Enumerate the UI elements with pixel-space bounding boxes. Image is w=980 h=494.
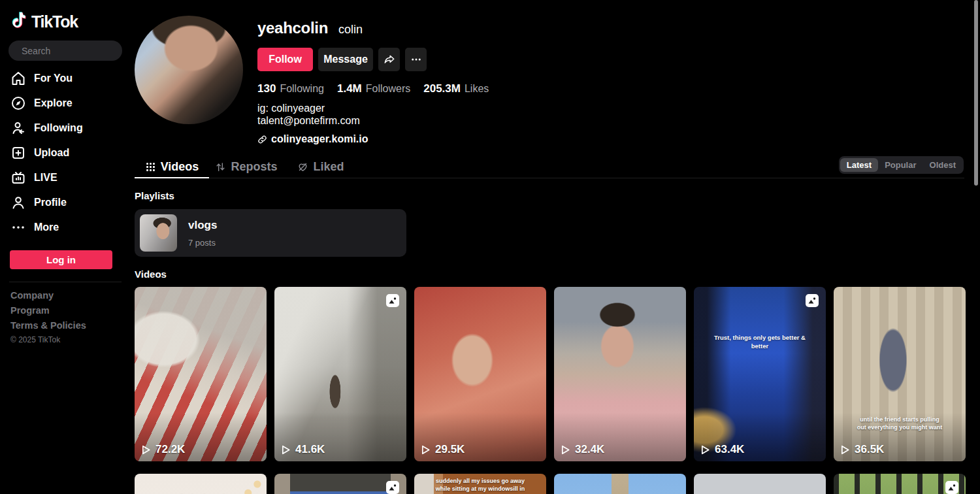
sort-latest[interactable]: Latest [840, 158, 878, 172]
tab-label: Reposts [231, 160, 277, 174]
video-tile[interactable]: 32.4K [554, 287, 686, 461]
video-grid: 72.2K 41.6K 29.5K [135, 287, 964, 494]
video-tile[interactable] [274, 474, 406, 494]
tiktok-profile-page: TikTok For You Explore [0, 0, 980, 494]
play-icon [700, 445, 710, 455]
tiktok-note-icon [10, 12, 30, 31]
video-tile[interactable]: 29.5K [414, 287, 546, 461]
view-count: 63.4K [700, 443, 744, 456]
profile-link-text: colinyeager.komi.io [271, 133, 368, 145]
search-bar[interactable] [8, 41, 122, 61]
tab-videos[interactable]: Videos [135, 156, 209, 178]
view-count-text: 63.4K [715, 443, 744, 456]
page-scrollbar[interactable] [974, 0, 978, 186]
play-icon [141, 445, 151, 455]
playlist-post-count: 7 posts [188, 238, 217, 248]
sort-segmented-control: Latest Popular Oldest [839, 156, 964, 174]
tiktok-wordmark: TikTok [31, 12, 78, 31]
stat-following[interactable]: 130 Following [257, 82, 324, 95]
sidebar-item-profile[interactable]: Profile [0, 190, 131, 215]
private-heart-icon [297, 161, 308, 173]
share-arrow-icon [384, 54, 395, 65]
video-tile[interactable]: 41.6K [274, 287, 406, 461]
bio-line: talent@pontefirm.com [257, 115, 489, 127]
view-count: 72.2K [141, 443, 185, 456]
home-icon [10, 71, 26, 86]
footer-link-company[interactable]: Company [10, 290, 120, 301]
play-icon [281, 445, 291, 455]
playlist-card-vlogs[interactable]: vlogs 7 posts [135, 209, 406, 257]
sidebar-label: Following [34, 122, 83, 134]
stat-likes[interactable]: 205.3M Likes [423, 82, 489, 95]
ellipsis-icon [410, 54, 422, 65]
view-count-text: 32.4K [575, 443, 604, 456]
footer-link-program[interactable]: Program [10, 305, 120, 316]
photo-post-icon [385, 480, 400, 494]
video-tile[interactable]: Trust, things only gets better & better … [694, 287, 826, 461]
sidebar-label: Explore [34, 97, 73, 109]
sidebar-nav: For You Explore Following Upload [0, 66, 131, 240]
follow-button[interactable]: Follow [257, 48, 313, 71]
sidebar-item-explore[interactable]: Explore [0, 91, 131, 116]
login-button[interactable]: Log in [10, 250, 112, 269]
video-caption: Trust, things only gets better & better [710, 334, 810, 350]
profile-username: yeahcolin [257, 19, 328, 37]
play-icon [421, 445, 431, 455]
video-tile[interactable]: until the friend starts pulling out ever… [834, 287, 966, 461]
play-icon [561, 445, 570, 455]
profile-link[interactable]: colinyeager.komi.io [257, 133, 489, 145]
photo-post-icon [805, 293, 819, 310]
video-tile[interactable]: solo day in paris [135, 474, 267, 494]
upload-icon [10, 145, 26, 161]
profile-info: yeahcolin colin Follow Message 130 [257, 16, 489, 145]
ellipsis-icon [10, 220, 26, 235]
more-options-button[interactable] [405, 48, 427, 71]
copyright-text: © 2025 TikTok [10, 335, 120, 344]
video-tile[interactable]: suddenly all my issues go away while sit… [414, 474, 546, 494]
playlist-thumbnail [140, 214, 177, 252]
video-tile[interactable]: 72.2K [135, 287, 267, 461]
view-count-text: 41.6K [295, 443, 325, 456]
stat-followers[interactable]: 1.4M Followers [337, 82, 410, 95]
footer-link-terms[interactable]: Terms & Policies [10, 320, 120, 331]
view-count-text: 29.5K [435, 443, 465, 456]
sidebar-item-live[interactable]: LIVE [0, 165, 131, 190]
stat-value: 1.4M [337, 82, 362, 95]
profile-bio: ig: colinyeager talent@pontefirm.com [257, 103, 489, 126]
sidebar-label: LIVE [34, 172, 57, 184]
view-count: 32.4K [561, 443, 604, 456]
sort-popular[interactable]: Popular [878, 158, 923, 172]
sidebar-footer: Company Program Terms & Policies © 2025 … [0, 290, 131, 344]
sidebar-item-more[interactable]: More [0, 215, 131, 240]
videos-heading: Videos [135, 269, 964, 280]
message-button[interactable]: Message [318, 48, 373, 71]
bio-line: ig: colinyeager [257, 103, 489, 114]
repost-icon [215, 161, 226, 173]
share-button[interactable] [378, 48, 400, 71]
compass-icon [10, 95, 26, 111]
sidebar-item-upload[interactable]: Upload [0, 140, 131, 165]
sidebar-item-for-you[interactable]: For You [0, 66, 131, 91]
user-follow-icon [10, 120, 26, 136]
play-icon [840, 445, 850, 455]
stat-label: Followers [366, 83, 410, 95]
profile-stats: 130 Following 1.4M Followers 205.3M Like… [257, 82, 489, 95]
sidebar-item-following[interactable]: Following [0, 116, 131, 140]
content-tabs: Videos Reposts Liked Latest Popular Olde… [135, 156, 964, 178]
tab-reposts[interactable]: Reposts [209, 156, 284, 178]
sort-oldest[interactable]: Oldest [923, 158, 962, 172]
sidebar: TikTok For You Explore [0, 0, 131, 494]
main-content: yeahcolin colin Follow Message 130 [135, 0, 964, 494]
tab-label: Videos [161, 160, 199, 174]
profile-avatar[interactable] [135, 16, 243, 124]
stat-value: 130 [257, 82, 276, 95]
view-count: 41.6K [281, 443, 325, 456]
tiktok-logo[interactable]: TikTok [0, 9, 131, 39]
sidebar-label: For You [34, 73, 73, 84]
video-tile[interactable] [694, 474, 826, 494]
playlists-heading: Playlists [135, 190, 964, 201]
search-input[interactable] [22, 46, 140, 56]
video-tile[interactable] [554, 474, 686, 494]
tab-liked[interactable]: Liked [284, 156, 358, 178]
video-tile[interactable] [834, 474, 966, 494]
